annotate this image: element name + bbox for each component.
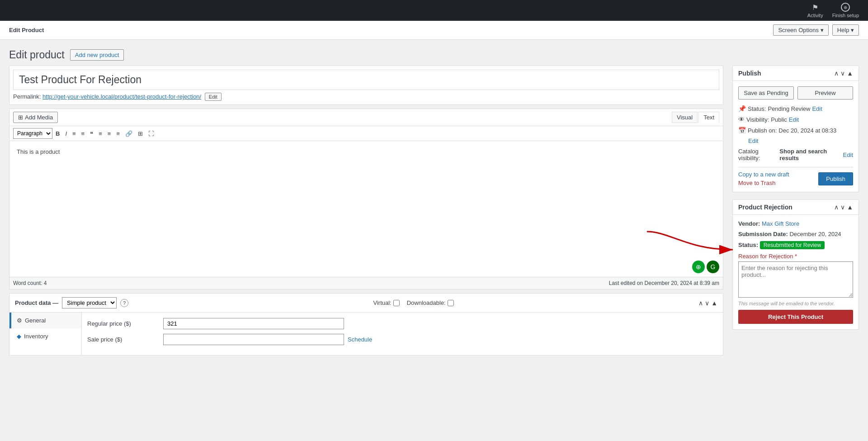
word-count: Word count: 4 (13, 280, 47, 286)
ol-button[interactable]: ≡ (79, 129, 87, 138)
product-data-controls: ∧ ∨ ▲ (698, 299, 717, 307)
rejection-minimize[interactable]: ▲ (847, 204, 853, 211)
text-tab-button[interactable]: Text (698, 112, 719, 123)
product-title-input[interactable] (13, 70, 719, 90)
rejection-metabox-body: Vendor: Max Gift Store Submission Date: … (733, 215, 859, 329)
page-header: Edit product Add new product (0, 40, 868, 66)
edit-permalink-button[interactable]: Edit (205, 93, 222, 101)
link-button[interactable]: 🔗 (123, 129, 135, 138)
publish-on-label: Publish on: (748, 127, 777, 134)
editor-bottom-icons: ⊕ G (692, 261, 719, 273)
publish-metabox-controls: ∧ ∨ ▲ (834, 70, 853, 77)
catalog-visibility-edit-link[interactable]: Edit (843, 152, 853, 158)
publish-metabox: Publish ∧ ∨ ▲ Save as Pending Preview 📌 … (732, 66, 859, 192)
publish-collapse-up[interactable]: ∧ (834, 70, 839, 77)
main-layout: Permalink: http://get-your-vehicle.local… (0, 66, 868, 365)
align-right-button[interactable]: ≡ (114, 129, 122, 138)
sale-price-input[interactable] (163, 334, 344, 345)
visual-tab-button[interactable]: Visual (672, 112, 698, 123)
visibility-label: Visibility: (746, 116, 769, 123)
regular-price-input[interactable] (163, 318, 344, 329)
submission-date-label: Submission Date: (738, 231, 788, 237)
publish-metabox-title: Publish (738, 70, 761, 77)
virtual-label: Virtual: (373, 299, 399, 306)
add-media-button[interactable]: ⊞ Add Media (13, 112, 58, 123)
product-data-tabs: ⚙ General ◆ Inventory (9, 313, 82, 355)
move-to-trash-button[interactable]: Move to Trash (738, 180, 775, 186)
publish-button[interactable]: Publish (818, 172, 853, 185)
product-data-minimize[interactable]: ▲ (711, 299, 717, 307)
regular-price-row: Regular price ($) (87, 318, 717, 329)
editor-icon-green-button[interactable]: ⊕ (692, 261, 705, 273)
copy-to-draft-button[interactable]: Copy to a new draft (738, 171, 789, 178)
tab-general[interactable]: ⚙ General (9, 313, 81, 328)
preview-button[interactable]: Preview (797, 86, 853, 100)
align-center-button[interactable]: ≡ (105, 129, 113, 138)
product-data-collapse-up[interactable]: ∧ (698, 299, 703, 307)
virtual-checkbox[interactable] (393, 300, 400, 306)
page-title: Edit product (9, 49, 65, 61)
ul-button[interactable]: ≡ (70, 129, 78, 138)
downloadable-checkbox[interactable] (448, 300, 454, 306)
vendor-link[interactable]: Max Gift Store (762, 220, 799, 227)
permalink-url[interactable]: http://get-your-vehicle.local/product/te… (42, 93, 201, 100)
italic-button[interactable]: I (63, 129, 69, 138)
visual-text-tabs: Visual Text (672, 112, 719, 123)
sale-price-label: Sale price ($) (87, 336, 160, 343)
status-edit-link[interactable]: Edit (812, 105, 822, 112)
product-type-select[interactable]: Simple product (62, 297, 117, 308)
downloadable-text: Downloadable: (407, 299, 446, 306)
catalog-visibility-row: Catalog visibility: Shop and search resu… (738, 148, 853, 161)
product-data-title: Product data — (15, 299, 58, 306)
product-data-collapse-down[interactable]: ∨ (705, 299, 709, 307)
sale-price-row: Sale price ($) Schedule (87, 334, 717, 345)
sidebar: Publish ∧ ∨ ▲ Save as Pending Preview 📌 … (732, 66, 859, 337)
publish-bottom: Copy to a new draft Move to Trash Publis… (738, 167, 853, 186)
activity-nav-item[interactable]: ⚑ Activity (807, 3, 823, 18)
schedule-button[interactable]: Schedule (348, 336, 372, 343)
add-media-icon: ⊞ (18, 114, 23, 121)
flag-icon: ⚑ (812, 3, 818, 12)
reject-product-button[interactable]: Reject This Product (738, 310, 853, 324)
save-as-pending-button[interactable]: Save as Pending (738, 86, 794, 100)
editor-footer: Word count: 4 Last edited on December 20… (9, 277, 723, 289)
permalink-row: Permalink: http://get-your-vehicle.local… (13, 90, 719, 101)
visibility-edit-link[interactable]: Edit (789, 116, 799, 123)
editor-wrap: ⊞ Add Media Visual Text Paragraph B I ≡ … (9, 109, 723, 289)
blockquote-button[interactable]: ❝ (88, 129, 95, 138)
publish-minimize[interactable]: ▲ (847, 70, 853, 77)
fullscreen-button[interactable]: ⛶ (146, 129, 156, 138)
rejection-metabox-header: Product Rejection ∧ ∨ ▲ (733, 200, 859, 215)
status-row: 📌 Status: Pending Review Edit (738, 105, 853, 112)
bold-button[interactable]: B (53, 129, 62, 138)
downloadable-label: Downloadable: (407, 299, 454, 306)
help-button[interactable]: Help (832, 24, 859, 36)
add-new-product-button[interactable]: Add new product (70, 49, 124, 61)
product-help-icon[interactable]: ? (120, 299, 128, 307)
rejection-metabox-title: Product Rejection (738, 204, 793, 211)
editor-icon-dark-green-button[interactable]: G (707, 261, 719, 273)
general-label: General (25, 317, 46, 324)
tab-inventory[interactable]: ◆ Inventory (9, 328, 81, 344)
publish-on-edit-link[interactable]: Edit (748, 138, 758, 144)
activity-label: Activity (807, 13, 823, 18)
rejection-reason-textarea[interactable] (738, 261, 853, 298)
align-left-button[interactable]: ≡ (96, 129, 104, 138)
rejection-collapse-down[interactable]: ∨ (840, 204, 845, 211)
finish-setup-label: Finish setup (832, 13, 859, 18)
screen-options-button[interactable]: Screen Options (773, 24, 828, 36)
reason-label-text: Reason for Rejection (738, 253, 793, 260)
paragraph-select[interactable]: Paragraph (13, 128, 52, 139)
status-label: Status: (748, 105, 766, 112)
publish-collapse-down[interactable]: ∨ (840, 70, 845, 77)
finish-setup-nav-item[interactable]: ⊕ Finish setup (832, 3, 859, 18)
status-badge: Resubmitted for Review (760, 241, 825, 249)
editor-content-area[interactable]: This is a product ⊕ G (9, 141, 723, 277)
table-button[interactable]: ⊞ (136, 129, 145, 138)
publish-metabox-header: Publish ∧ ∨ ▲ (733, 66, 859, 81)
admin-bar: ⚑ Activity ⊕ Finish setup (0, 0, 868, 21)
editor-toolbar-top: ⊞ Add Media Visual Text (9, 109, 723, 126)
visibility-value: Public (771, 116, 787, 123)
rejection-collapse-up[interactable]: ∧ (834, 204, 839, 211)
vendor-label: Vendor: (738, 220, 760, 227)
